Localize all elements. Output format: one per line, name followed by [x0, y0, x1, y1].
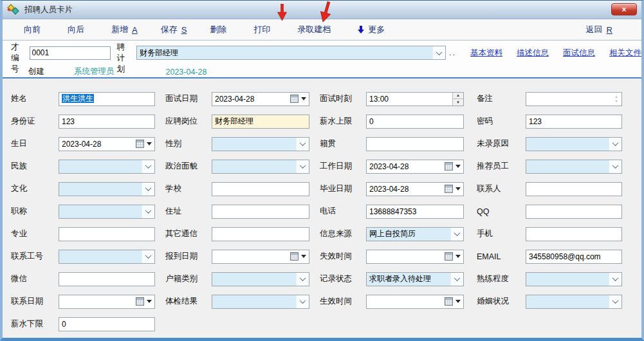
chevron-down-icon[interactable] [296, 295, 309, 308]
contact-no-field[interactable] [59, 250, 155, 264]
calendar-icon[interactable] [290, 93, 309, 106]
medical-result-field[interactable] [212, 295, 309, 309]
gender-label: 性别 [165, 138, 212, 149]
qq-label: QQ [477, 207, 526, 216]
ethnicity-field[interactable] [59, 160, 155, 174]
political-status-field[interactable] [212, 160, 309, 174]
return-button[interactable]: 返回R [586, 24, 612, 35]
chevron-down-icon[interactable] [142, 160, 154, 173]
ethnicity-label: 民族 [11, 161, 59, 172]
wechat-label: 微信 [11, 273, 59, 284]
other-contact-label: 其它通信 [165, 228, 212, 239]
toolbar-item-forward[interactable]: 向前 [24, 24, 44, 35]
scroll-arrows-icon[interactable] [611, 93, 621, 106]
calendar-icon[interactable] [444, 183, 463, 196]
effective-time-label: 生效时间 [320, 296, 366, 307]
school-label: 学校 [165, 183, 212, 194]
report-date-field[interactable] [212, 250, 309, 264]
name-field[interactable]: 洪生洪生 [59, 92, 155, 106]
native-place-field[interactable] [366, 137, 464, 151]
record-status-label: 记录状态 [320, 273, 366, 284]
wechat-field[interactable] [59, 272, 155, 286]
education-field[interactable] [59, 182, 155, 196]
marital-status-field[interactable] [526, 295, 622, 309]
talent-no-input[interactable] [30, 46, 111, 60]
chevron-down-icon[interactable] [142, 205, 154, 218]
plan-more-button[interactable]: .. [449, 48, 456, 57]
plan-combo[interactable]: 财务部经理 [136, 46, 446, 60]
interview-time-label: 面试时刻 [320, 93, 366, 104]
address-field[interactable] [212, 205, 309, 219]
id-card-label: 身份证 [11, 116, 59, 127]
interview-date-field[interactable]: 2023-04-28 [212, 92, 309, 106]
id-card-field[interactable]: 123 [59, 115, 155, 129]
calendar-icon[interactable] [444, 250, 463, 263]
close-button[interactable]: × [611, 3, 637, 15]
major-field[interactable] [59, 227, 155, 241]
qq-field[interactable] [526, 205, 622, 219]
job-title-field[interactable] [59, 205, 155, 219]
salary-upper-field[interactable]: 0 [366, 115, 464, 129]
political-status-label: 政治面貌 [165, 161, 212, 172]
toolbar-item-delete[interactable]: 删除 [210, 24, 230, 35]
chevron-down-icon[interactable] [609, 160, 621, 173]
calendar-icon[interactable] [135, 295, 154, 308]
toolbar-item-print[interactable]: 打印 [253, 24, 274, 35]
chevron-down-icon[interactable] [450, 273, 463, 286]
password-field[interactable]: 123 [526, 115, 622, 129]
chevron-down-icon[interactable] [142, 183, 154, 196]
tab-related-files[interactable]: 相关文件 [609, 48, 641, 59]
interview-time-field[interactable]: 13:00 [366, 92, 464, 106]
address-label: 住址 [165, 206, 212, 217]
chevron-down-icon[interactable] [609, 295, 621, 308]
chevron-down-icon[interactable] [296, 273, 309, 286]
chevron-down-icon[interactable] [450, 228, 463, 241]
school-field[interactable] [212, 182, 309, 196]
phone-field[interactable]: 13688847353 [366, 205, 464, 219]
calendar-icon[interactable] [290, 250, 309, 263]
chevron-down-icon[interactable] [142, 250, 154, 263]
other-contact-field[interactable] [212, 227, 309, 241]
referrer-employee-field[interactable] [526, 160, 622, 174]
email-label: EMAIL [477, 252, 526, 261]
salary-upper-label: 薪水上限 [320, 116, 366, 127]
toolbar-item-new[interactable]: 新增 A [111, 24, 138, 35]
spinner-buttons[interactable] [452, 93, 463, 106]
applied-position-field[interactable]: 财务部经理 [212, 115, 309, 129]
contact-date-field[interactable] [59, 295, 155, 309]
birthday-field[interactable]: 2023-04-28 [59, 137, 155, 151]
remark-field[interactable] [526, 92, 622, 106]
contact-person-field[interactable] [526, 182, 622, 196]
effective-time-field[interactable] [366, 295, 464, 309]
expiry-time-field[interactable] [366, 250, 464, 264]
proficiency-field[interactable] [526, 272, 622, 286]
info-source-field[interactable]: 网上自投简历 [366, 227, 464, 241]
contact-person-label: 联系人 [477, 183, 526, 194]
record-status-field[interactable]: 求职者录入待处理 [366, 272, 464, 286]
calendar-icon[interactable] [444, 160, 463, 173]
tab-basic-info[interactable]: 基本资料 [470, 48, 502, 59]
chevron-down-icon[interactable] [609, 273, 621, 286]
reject-reason-label: 未录原因 [477, 138, 526, 149]
toolbar-item-backward[interactable]: 向后 [68, 24, 88, 35]
household-type-field[interactable] [212, 272, 309, 286]
gender-field[interactable] [212, 137, 309, 151]
toolbar-item-more[interactable]: 更多 [358, 24, 389, 35]
chevron-down-icon[interactable] [609, 138, 621, 151]
chevron-down-icon[interactable] [296, 160, 309, 173]
graduation-date-field[interactable]: 2023-04-28 [366, 182, 464, 196]
chevron-down-icon[interactable] [296, 138, 309, 151]
work-date-field[interactable]: 2023-04-28 [366, 160, 464, 174]
salary-lower-field[interactable]: 0 [59, 317, 155, 331]
mobile-field[interactable] [526, 227, 622, 241]
tab-interview-info[interactable]: 面试信息 [563, 48, 595, 59]
toolbar-item-hire-archive[interactable]: 录取建档 [297, 24, 335, 35]
calendar-icon[interactable] [444, 295, 463, 308]
chevron-down-icon[interactable] [432, 46, 445, 59]
toolbar-item-save[interactable]: 保存 S [161, 24, 187, 35]
reject-reason-field[interactable] [526, 137, 622, 151]
app-icon [8, 5, 21, 15]
calendar-icon[interactable] [135, 138, 154, 151]
email-field[interactable]: 345580958@qq.com [526, 250, 622, 264]
tab-description-info[interactable]: 描述信息 [517, 48, 549, 59]
